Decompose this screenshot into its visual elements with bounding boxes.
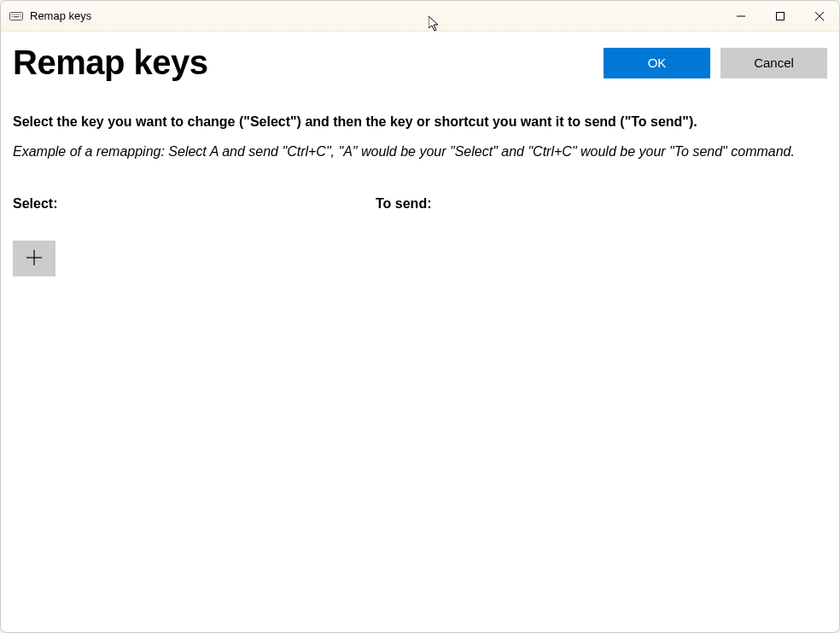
minimize-button[interactable]: [721, 1, 761, 32]
select-column: Select:: [13, 196, 376, 212]
content: Select the key you want to change ("Sele…: [1, 82, 839, 632]
svg-rect-5: [20, 14, 20, 15]
svg-rect-2: [14, 14, 15, 15]
page-title: Remap keys: [13, 44, 207, 82]
instruction-text: Select the key you want to change ("Sele…: [13, 114, 827, 130]
add-remapping-button[interactable]: [13, 241, 55, 276]
svg-rect-10: [777, 13, 785, 20]
svg-rect-4: [18, 14, 19, 15]
svg-rect-6: [12, 16, 13, 17]
titlebar: Remap keys: [1, 1, 839, 32]
columns: Select: To send:: [13, 196, 827, 212]
to-send-column: To send:: [376, 196, 738, 212]
header-buttons: OK Cancel: [604, 48, 827, 78]
svg-rect-3: [16, 14, 17, 15]
header-row: Remap keys OK Cancel: [1, 32, 839, 82]
example-text: Example of a remapping: Select A and sen…: [13, 142, 815, 162]
titlebar-title: Remap keys: [30, 9, 91, 22]
close-button[interactable]: [800, 1, 839, 32]
window: Remap keys Remap keys OK Cancel Select t…: [0, 0, 840, 633]
maximize-button[interactable]: [761, 1, 800, 32]
ok-button[interactable]: OK: [604, 48, 710, 78]
to-send-label: To send:: [376, 196, 738, 212]
window-controls: [721, 1, 839, 32]
cancel-button[interactable]: Cancel: [720, 48, 827, 78]
svg-rect-7: [14, 16, 19, 17]
keyboard-icon: [9, 10, 23, 22]
plus-icon: [26, 249, 43, 269]
select-label: Select:: [13, 196, 376, 212]
svg-rect-1: [12, 14, 13, 15]
svg-rect-8: [20, 16, 20, 17]
